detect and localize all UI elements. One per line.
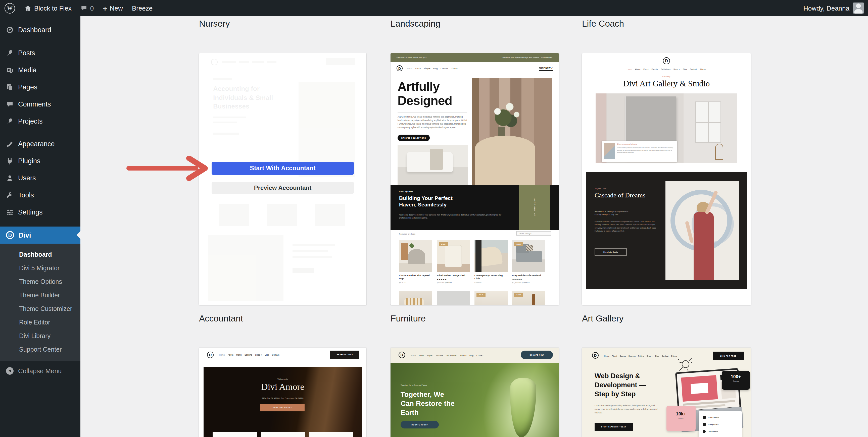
layout-card-course[interactable]: D Home About Course Courses Pricing Shop… <box>582 347 751 437</box>
submenu-item-role-editor[interactable]: Role Editor <box>0 316 81 330</box>
ghost-line <box>213 122 237 123</box>
layout-card-furniture[interactable]: Get 15% Off on all orders over $200 Rede… <box>391 53 559 305</box>
product-name: Grey Modular Sofa Sectional <box>512 274 545 277</box>
reservations-button[interactable]: RESERVATIONS <box>330 350 359 359</box>
product-card[interactable]: SALE! Tufted Modern Lounge Chair ★★★★★ $… <box>437 240 470 284</box>
nav-pricing[interactable]: Pricing <box>638 355 644 357</box>
howdy-text[interactable]: Howdy, Deanna <box>803 4 849 12</box>
nav-home[interactable]: Home <box>604 355 610 357</box>
site-name: Block to Flex <box>34 4 72 12</box>
sidebar-item-divi[interactable]: D Divi <box>0 227 81 244</box>
submenu-item-divi-library[interactable]: Divi Library <box>0 330 81 343</box>
gallery-overlay-card[interactable]: Discover more dal artworks Connect with … <box>601 141 677 162</box>
nav-courses[interactable]: Courses <box>628 355 636 357</box>
nav-cart-count[interactable]: 0 items <box>700 68 706 70</box>
start-with-accountant-button[interactable]: Start With Accountant <box>212 162 354 175</box>
sorting-dropdown[interactable]: Default sorting ▾ <box>516 231 551 236</box>
nav-get-involved[interactable]: Get Involved <box>446 354 457 357</box>
start-learning-button[interactable]: START LEARNING TODAY <box>595 423 633 431</box>
layout-card-accountant[interactable]: Accounting for Individuals & Small Busin… <box>199 53 366 305</box>
nav-booking[interactable]: Booking <box>245 354 252 356</box>
donate-now-button[interactable]: DONATE NOW <box>521 350 553 359</box>
nav-exhibitions[interactable]: Exhibitions <box>661 68 671 70</box>
sidebar-item-projects[interactable]: Projects <box>0 112 81 130</box>
nav-blog[interactable]: Blog <box>655 355 659 357</box>
submenu-item-dashboard[interactable]: Dashboard <box>0 248 81 262</box>
submenu-item-theme-options[interactable]: Theme Options <box>0 275 81 289</box>
product-card[interactable]: Contemporary Canvas Sling Chair $299.00 <box>474 240 508 284</box>
nav-shop[interactable]: Shop ▾ <box>424 67 430 70</box>
nav-shop[interactable]: Shop ▾ <box>674 68 680 70</box>
sidebar-item-appearance[interactable]: Appearance <box>0 135 81 152</box>
sidebar-item-posts[interactable]: Posts <box>0 44 81 61</box>
nav-shop[interactable]: Shop ▾ <box>460 354 466 357</box>
donate-today-button[interactable]: DONATE TODAY <box>401 421 439 429</box>
browse-collections-button[interactable]: BROWSE COLLECTIONS <box>398 135 430 141</box>
comments-menu[interactable]: 0 <box>76 0 98 16</box>
join-for-free-button[interactable]: JOIN FOR FREE <box>713 351 744 360</box>
new-content-menu[interactable]: + New <box>98 0 127 16</box>
view-dishes-button[interactable]: VIEW OUR DISHES <box>260 404 305 411</box>
product-card[interactable]: Classic Armchair with Tapered Legs $879.… <box>399 240 432 284</box>
nav-menu[interactable]: Menu <box>236 354 242 356</box>
submenu-item-theme-customizer[interactable]: Theme Customizer <box>0 302 81 316</box>
nav-blog[interactable]: Blog <box>683 68 687 70</box>
nav-blog[interactable]: Blog <box>433 67 437 70</box>
nav-about[interactable]: About <box>419 354 424 357</box>
nav-about[interactable]: About <box>228 354 233 356</box>
nav-about[interactable]: About <box>635 68 640 70</box>
course-nav: Home About Course Courses Pricing Shop ▾… <box>604 355 677 357</box>
show-artist-details-button[interactable]: Show Artist Details <box>595 248 627 256</box>
product-image[interactable] <box>399 291 432 305</box>
site-name-menu[interactable]: Block to Flex <box>20 0 76 16</box>
sidebar-item-media[interactable]: Media <box>0 61 81 78</box>
nav-impact[interactable]: Impact <box>427 354 433 357</box>
sidebar-item-users[interactable]: Users <box>0 169 81 187</box>
breeze-menu[interactable]: Breeze <box>127 0 157 16</box>
nav-course[interactable]: Course <box>619 355 626 357</box>
nav-blog[interactable]: Blog <box>469 354 473 357</box>
product-image[interactable] <box>437 291 470 305</box>
submenu-item-theme-builder[interactable]: Theme Builder <box>0 289 81 302</box>
layout-card-eco[interactable]: D Home About Impact Donate Get Involved … <box>391 347 559 437</box>
product-image <box>474 240 508 272</box>
preview-accountant-button[interactable]: Preview Accountant <box>212 182 354 194</box>
nav-about[interactable]: About <box>612 355 617 357</box>
submenu-item-support-center[interactable]: Support Center <box>0 343 81 357</box>
nav-donate[interactable]: Donate <box>436 354 443 357</box>
user-avatar[interactable] <box>853 2 864 13</box>
nav-shop[interactable]: Shop ▾ <box>255 354 262 356</box>
nav-cart-count[interactable]: 0 items <box>451 67 458 70</box>
sidebar-item-comments[interactable]: Comments <box>0 95 81 112</box>
shop-now-link[interactable]: SHOP NOW ↗ <box>539 67 553 71</box>
nav-about[interactable]: About <box>415 67 421 70</box>
product-card[interactable]: SALE! Grey Modular Sofa Sectional ★★★★★ … <box>512 240 545 284</box>
nav-home[interactable]: Home <box>627 68 632 70</box>
layout-card-art-gallery[interactable]: D Home About Event Events Exhibitions Sh… <box>582 53 751 305</box>
product-image[interactable]: SALE! <box>512 291 545 305</box>
layout-card-restaurant[interactable]: D Home About Menu Booking Shop ▾ Blog Co… <box>199 347 366 437</box>
collapse-menu-button[interactable]: ◀ Collapse Menu <box>0 363 81 378</box>
sidebar-item-settings[interactable]: Settings <box>0 203 81 221</box>
nav-shop[interactable]: Shop ▾ <box>647 355 653 357</box>
shop-online-block[interactable]: SHOP ONLINE <box>519 185 550 230</box>
nav-blog[interactable]: Blog <box>265 354 269 356</box>
nav-home[interactable]: Home <box>219 354 225 356</box>
sorting-label: Default sorting ▾ <box>519 232 531 234</box>
nav-events[interactable]: Events <box>652 68 658 70</box>
nav-contact[interactable]: Contact <box>476 354 484 357</box>
sidebar-item-pages[interactable]: Pages <box>0 78 81 95</box>
sidebar-item-plugins[interactable]: Plugins <box>0 152 81 169</box>
nav-home[interactable]: Home <box>407 67 412 70</box>
nav-home[interactable]: Home <box>411 354 416 357</box>
nav-contact[interactable]: Contact <box>272 354 279 356</box>
sidebar-item-dashboard[interactable]: Dashboard <box>0 21 81 38</box>
submenu-item-divi5-migrator[interactable]: Divi 5 Migrator <box>0 262 81 275</box>
product-image[interactable]: SALE! <box>474 291 508 305</box>
nav-contact[interactable]: Contact <box>690 68 697 70</box>
nav-event[interactable]: Event <box>643 68 648 70</box>
nav-contact[interactable]: Contact <box>440 67 448 70</box>
nav-contact[interactable]: Contact <box>662 355 669 357</box>
sidebar-item-tools[interactable]: Tools <box>0 187 81 203</box>
wp-logo-menu[interactable]: W <box>0 0 20 16</box>
